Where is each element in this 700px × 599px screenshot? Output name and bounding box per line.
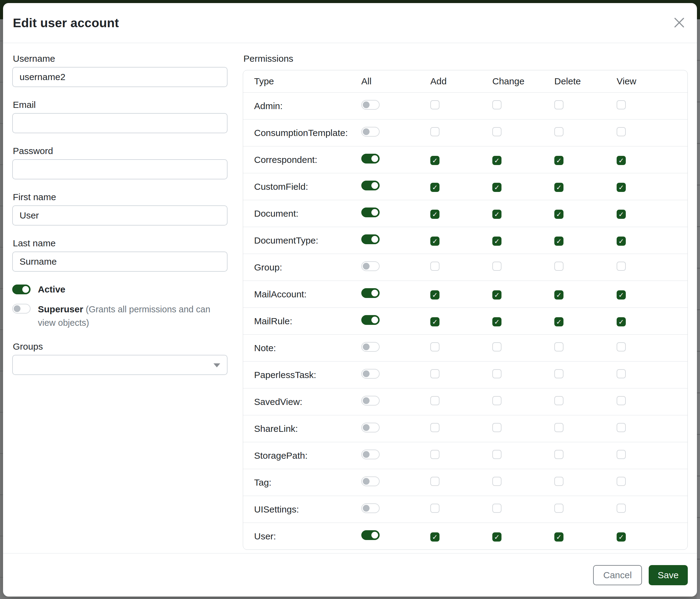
permission-add-checkbox[interactable] <box>430 127 440 136</box>
superuser-toggle[interactable] <box>12 304 30 314</box>
permission-delete-checkbox[interactable] <box>554 262 564 271</box>
permission-add-checkbox[interactable] <box>430 210 440 219</box>
permission-all-toggle[interactable] <box>361 450 380 459</box>
groups-select[interactable] <box>12 355 227 375</box>
permission-add-checkbox[interactable] <box>430 156 440 165</box>
permission-change-checkbox[interactable] <box>492 210 501 219</box>
permission-delete-checkbox[interactable] <box>554 504 564 513</box>
permission-delete-checkbox[interactable] <box>554 369 564 378</box>
permission-all-toggle[interactable] <box>361 154 380 164</box>
permission-change-checkbox[interactable] <box>492 262 501 271</box>
permission-view-checkbox[interactable] <box>617 317 626 327</box>
permission-view-checkbox[interactable] <box>617 396 626 405</box>
permission-all-toggle[interactable] <box>361 208 380 217</box>
permission-add-checkbox[interactable] <box>430 262 440 271</box>
permission-change-checkbox[interactable] <box>492 396 501 405</box>
permission-change-checkbox[interactable] <box>492 183 501 192</box>
permission-delete-checkbox[interactable] <box>554 183 564 192</box>
permission-view-checkbox[interactable] <box>617 450 626 459</box>
permission-view-checkbox[interactable] <box>617 127 626 136</box>
password-input[interactable] <box>12 159 227 179</box>
permission-change-checkbox[interactable] <box>492 477 501 486</box>
permission-change-checkbox[interactable] <box>492 317 501 327</box>
permission-delete-checkbox[interactable] <box>554 290 564 300</box>
permission-delete-checkbox[interactable] <box>554 477 564 486</box>
permission-add-checkbox[interactable] <box>430 532 440 542</box>
permission-all-toggle[interactable] <box>361 315 380 325</box>
permission-delete-checkbox[interactable] <box>554 210 564 219</box>
permission-view-checkbox[interactable] <box>617 290 626 300</box>
email-input[interactable] <box>12 113 227 133</box>
page-scrollbar[interactable] <box>697 19 700 599</box>
permission-add-checkbox[interactable] <box>430 342 440 352</box>
active-toggle[interactable] <box>12 285 30 294</box>
permission-view-checkbox[interactable] <box>617 532 626 542</box>
permission-add-checkbox[interactable] <box>430 423 440 432</box>
permission-change-checkbox[interactable] <box>492 423 501 432</box>
permission-view-checkbox[interactable] <box>617 100 626 110</box>
permission-change-checkbox[interactable] <box>492 342 501 352</box>
permission-change-checkbox[interactable] <box>492 127 501 136</box>
permission-all-toggle[interactable] <box>361 288 380 298</box>
permission-all-toggle[interactable] <box>361 530 380 540</box>
permission-type-label: SavedView: <box>243 388 359 415</box>
permission-view-checkbox[interactable] <box>617 477 626 486</box>
permission-all-toggle[interactable] <box>361 503 380 513</box>
permission-view-checkbox[interactable] <box>617 342 626 352</box>
permission-row: MailAccount: <box>243 281 688 308</box>
permission-delete-checkbox[interactable] <box>554 156 564 165</box>
close-button[interactable] <box>671 14 688 31</box>
permission-type-label: Group: <box>243 254 359 281</box>
permission-delete-checkbox[interactable] <box>554 237 564 246</box>
permission-delete-checkbox[interactable] <box>554 317 564 327</box>
permission-all-toggle[interactable] <box>361 100 380 110</box>
permission-all-toggle[interactable] <box>361 423 380 432</box>
permission-change-checkbox[interactable] <box>492 369 501 378</box>
permission-delete-checkbox[interactable] <box>554 450 564 459</box>
permission-view-checkbox[interactable] <box>617 156 626 165</box>
permission-delete-checkbox[interactable] <box>554 396 564 405</box>
permission-add-checkbox[interactable] <box>430 317 440 327</box>
permission-change-checkbox[interactable] <box>492 532 501 542</box>
save-button[interactable]: Save <box>649 565 688 585</box>
permission-change-checkbox[interactable] <box>492 450 501 459</box>
permission-all-toggle[interactable] <box>361 476 380 486</box>
permission-change-checkbox[interactable] <box>492 504 501 513</box>
permission-view-checkbox[interactable] <box>617 504 626 513</box>
permission-change-checkbox[interactable] <box>492 237 501 246</box>
permission-add-checkbox[interactable] <box>430 477 440 486</box>
permission-add-checkbox[interactable] <box>430 100 440 110</box>
last-name-input[interactable] <box>12 251 227 272</box>
permission-delete-checkbox[interactable] <box>554 532 564 542</box>
first-name-input[interactable] <box>12 206 227 225</box>
username-input[interactable] <box>12 67 227 87</box>
permission-view-checkbox[interactable] <box>617 369 626 378</box>
permission-view-checkbox[interactable] <box>617 183 626 192</box>
permission-add-checkbox[interactable] <box>430 396 440 405</box>
permission-view-checkbox[interactable] <box>617 237 626 246</box>
permission-all-toggle[interactable] <box>361 127 380 137</box>
permission-change-checkbox[interactable] <box>492 100 501 110</box>
permission-all-toggle[interactable] <box>361 234 380 244</box>
permission-add-checkbox[interactable] <box>430 183 440 192</box>
permission-view-checkbox[interactable] <box>617 210 626 219</box>
permission-all-toggle[interactable] <box>361 261 380 271</box>
permission-delete-checkbox[interactable] <box>554 423 564 432</box>
permission-all-toggle[interactable] <box>361 396 380 406</box>
permission-add-checkbox[interactable] <box>430 369 440 378</box>
permission-all-toggle[interactable] <box>361 369 380 379</box>
permission-add-checkbox[interactable] <box>430 450 440 459</box>
permission-delete-checkbox[interactable] <box>554 342 564 352</box>
permission-add-checkbox[interactable] <box>430 237 440 246</box>
permission-add-checkbox[interactable] <box>430 290 440 300</box>
permission-change-checkbox[interactable] <box>492 290 501 300</box>
permission-view-checkbox[interactable] <box>617 423 626 432</box>
permission-delete-checkbox[interactable] <box>554 127 564 136</box>
cancel-button[interactable]: Cancel <box>593 565 642 585</box>
permission-view-checkbox[interactable] <box>617 262 626 271</box>
permission-all-toggle[interactable] <box>361 181 380 190</box>
permission-all-toggle[interactable] <box>361 342 380 352</box>
permission-delete-checkbox[interactable] <box>554 100 564 110</box>
permission-change-checkbox[interactable] <box>492 156 501 165</box>
permission-add-checkbox[interactable] <box>430 504 440 513</box>
